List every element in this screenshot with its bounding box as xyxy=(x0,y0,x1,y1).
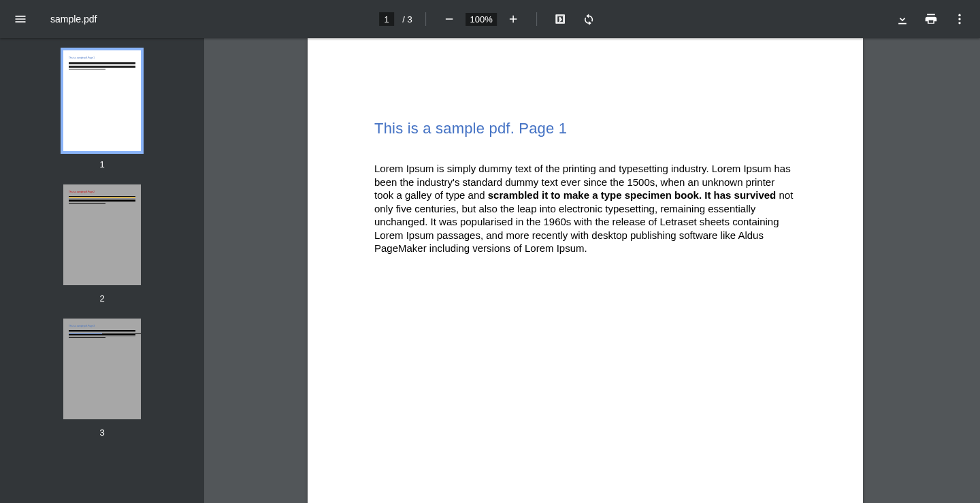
thumbnail-page-3[interactable]: This is a sample pdf. Page 3 xyxy=(63,319,141,419)
fit-to-page-icon[interactable] xyxy=(548,7,572,31)
thumbnail-item: This is a sample pdf. Page 3 3 xyxy=(0,319,204,438)
print-icon[interactable] xyxy=(919,7,943,31)
filename: sample.pdf xyxy=(50,14,97,25)
menu-icon[interactable] xyxy=(8,7,33,31)
page-count: / 3 xyxy=(402,14,412,25)
toolbar-left: sample.pdf xyxy=(8,7,97,31)
thumb-heading: This is a sample pdf. Page 2 xyxy=(69,191,135,194)
zoom-out-button[interactable] xyxy=(438,7,462,31)
thumbnail-sidebar[interactable]: This is a sample pdf. Page 1 1 This is a… xyxy=(0,38,204,503)
thumb-text xyxy=(69,330,135,338)
current-page-input[interactable] xyxy=(379,12,394,26)
svg-point-2 xyxy=(958,22,960,24)
thumbnail-number: 3 xyxy=(99,427,104,438)
thumbnail-item: This is a sample pdf. Page 1 1 xyxy=(0,50,204,169)
toolbar: sample.pdf / 3 100% xyxy=(0,0,980,38)
pdf-page: This is a sample pdf. Page 1 Lorem Ipsum… xyxy=(308,38,863,503)
svg-point-0 xyxy=(958,14,960,16)
thumbnail-number: 2 xyxy=(99,293,104,304)
page-body: Lorem Ipsum is simply dummy text of the … xyxy=(374,162,796,255)
toolbar-center: / 3 100% xyxy=(379,7,601,31)
page-heading: This is a sample pdf. Page 1 xyxy=(374,120,796,137)
svg-point-1 xyxy=(958,18,960,20)
thumb-text xyxy=(69,62,135,69)
thumbnail-page-1[interactable]: This is a sample pdf. Page 1 xyxy=(63,50,141,151)
page-canvas[interactable]: This is a sample pdf. Page 1 Lorem Ipsum… xyxy=(204,38,980,503)
divider xyxy=(426,12,427,26)
thumbnail-item: This is a sample pdf. Page 2 2 xyxy=(0,184,204,304)
zoom-level[interactable]: 100% xyxy=(466,13,497,26)
body: This is a sample pdf. Page 1 1 This is a… xyxy=(0,38,980,503)
thumb-text xyxy=(69,196,135,204)
thumb-heading: This is a sample pdf. Page 3 xyxy=(69,325,135,328)
thumb-heading: This is a sample pdf. Page 1 xyxy=(69,57,135,60)
body-text-bold: scrambled it to make a type specimen boo… xyxy=(488,189,777,201)
toolbar-right xyxy=(890,7,972,31)
thumbnail-page-2[interactable]: This is a sample pdf. Page 2 xyxy=(63,184,141,285)
thumbnail-number: 1 xyxy=(99,159,104,169)
more-icon[interactable] xyxy=(947,7,972,31)
divider xyxy=(536,12,537,26)
zoom-in-button[interactable] xyxy=(501,7,525,31)
rotate-icon[interactable] xyxy=(576,7,601,31)
download-icon[interactable] xyxy=(890,7,915,31)
